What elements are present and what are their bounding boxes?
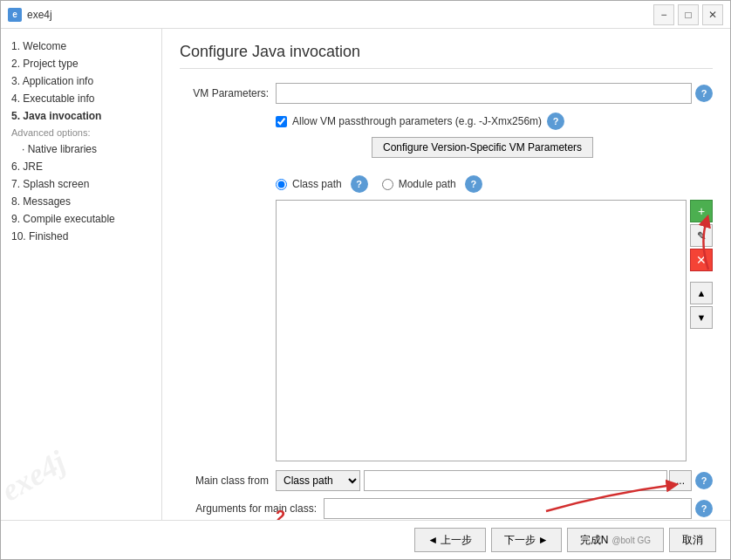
sidebar-item-compile-executable[interactable]: 9. Compile executable [1, 210, 161, 228]
annotation-2: 2 [276, 507, 285, 520]
main-class-dropdown[interactable]: Class path Module path [276, 470, 360, 491]
bottom-bar: ◄ 上一步 下一步 ► 完成N @bolt GG 取消 [1, 520, 730, 559]
add-classpath-button[interactable]: + [690, 200, 713, 222]
main-class-help-button[interactable]: ? [695, 472, 713, 489]
allow-vm-help-button[interactable]: ? [547, 113, 564, 130]
window-title: exe4j [27, 9, 653, 21]
sidebar-item-native-libraries[interactable]: · Native libraries [1, 140, 161, 158]
main-window: e exe4j − □ ✕ 1. Welcome 2. Project type… [0, 0, 731, 560]
sidebar: 1. Welcome 2. Project type 3. Applicatio… [1, 29, 162, 520]
sidebar-item-messages[interactable]: 8. Messages [1, 193, 161, 210]
arguments-label: Arguments for main class: [180, 502, 324, 515]
classpath-radio[interactable] [276, 179, 287, 190]
sidebar-item-java-invocation[interactable]: 5. Java invocation [1, 107, 161, 125]
remove-classpath-button[interactable]: ✕ [690, 249, 713, 271]
classpath-help-button[interactable]: ? [351, 175, 368, 193]
vm-parameters-label: VM Parameters: [180, 87, 276, 99]
sidebar-item-executable-info[interactable]: 4. Executable info [1, 90, 161, 107]
modulepath-radio-label: Module path [399, 178, 456, 190]
vm-parameters-input[interactable] [276, 83, 692, 104]
sidebar-item-splash-screen[interactable]: 7. Splash screen [1, 175, 161, 193]
path-type-radio-row: Class path ? Module path ? [180, 175, 713, 193]
sidebar-item-application-info[interactable]: 3. Application info [1, 72, 161, 90]
next-button[interactable]: 下一步 ► [491, 528, 562, 552]
classpath-radio-label: Class path [292, 178, 342, 190]
app-icon: e [8, 8, 22, 22]
page-title: Configure Java invocation [180, 43, 713, 69]
classpath-list[interactable] [276, 200, 687, 461]
back-button[interactable]: ◄ 上一步 [414, 528, 485, 552]
main-class-from-label: Main class from [180, 475, 276, 487]
main-class-input[interactable] [364, 470, 667, 491]
browse-main-class-button[interactable]: ... [669, 470, 692, 491]
close-button[interactable]: ✕ [702, 4, 723, 25]
modulepath-help-button[interactable]: ? [465, 175, 482, 193]
maximize-button[interactable]: □ [678, 4, 699, 25]
watermark: exe4j [1, 390, 162, 509]
vm-parameters-row: VM Parameters: ? [180, 83, 713, 104]
allow-vm-label: Allow VM passthrough parameters (e.g. -J… [292, 115, 542, 127]
sidebar-item-jre[interactable]: 6. JRE [1, 158, 161, 175]
sidebar-item-welcome[interactable]: 1. Welcome [1, 38, 161, 55]
main-class-row: Main class from Class path Module path .… [180, 470, 713, 491]
configure-btn-row: Configure Version-Specific VM Parameters [276, 137, 713, 167]
cancel-button[interactable]: 取消 [669, 528, 716, 552]
configure-version-button[interactable]: Configure Version-Specific VM Parameters [372, 137, 593, 158]
arguments-help-button[interactable]: ? [695, 500, 713, 517]
minimize-button[interactable]: − [653, 4, 674, 25]
finish-button[interactable]: 完成N @bolt GG [567, 528, 664, 552]
modulepath-radio[interactable] [382, 179, 393, 190]
annotation-1: 1 [729, 252, 730, 272]
vm-parameters-help-button[interactable]: ? [695, 85, 713, 102]
window-controls: − □ ✕ [653, 4, 723, 25]
sidebar-item-project-type[interactable]: 2. Project type [1, 55, 161, 72]
content-area: 1. Welcome 2. Project type 3. Applicatio… [1, 29, 730, 520]
move-up-button[interactable]: ▲ [690, 282, 713, 304]
edit-classpath-button[interactable]: ✎ [690, 224, 713, 247]
classpath-action-buttons: + ✎ ✕ ▲ ▼ [690, 200, 713, 461]
arguments-row: Arguments for main class: ? [180, 498, 713, 519]
allow-vm-checkbox-row: Allow VM passthrough parameters (e.g. -J… [180, 113, 713, 130]
move-down-button[interactable]: ▼ [690, 306, 713, 329]
main-panel: Configure Java invocation VM Parameters:… [162, 29, 730, 520]
classpath-area: + ✎ ✕ ▲ ▼ 1 [276, 200, 713, 461]
sidebar-item-finished[interactable]: 10. Finished [1, 228, 161, 245]
title-bar: e exe4j − □ ✕ [1, 1, 730, 29]
arguments-input[interactable] [324, 498, 692, 519]
advanced-options-label: Advanced options: [1, 125, 161, 140]
allow-vm-checkbox[interactable] [276, 116, 287, 127]
